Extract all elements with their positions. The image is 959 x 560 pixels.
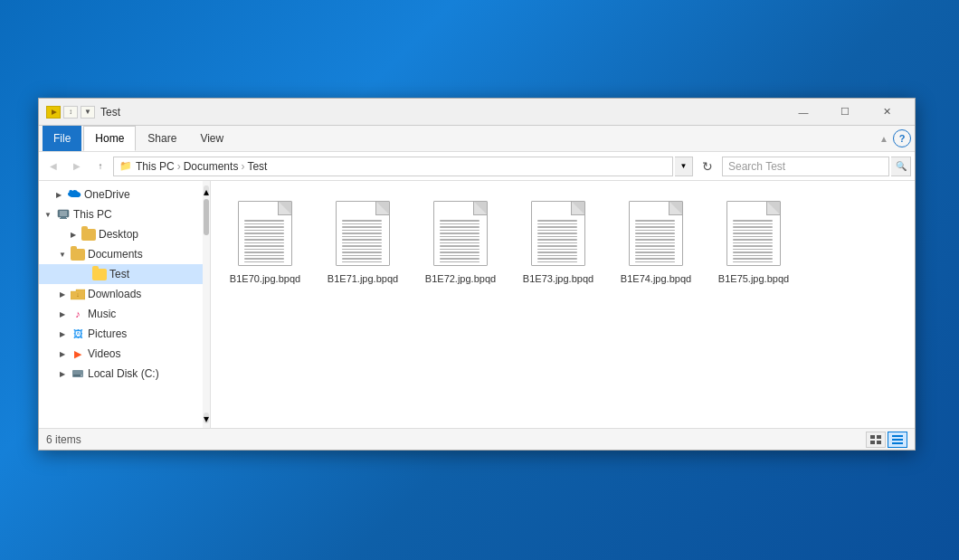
sidebar-item-music[interactable]: ▶ ♪ Music <box>39 304 210 324</box>
expand-icon-music[interactable]: ▶ <box>57 308 68 319</box>
title-bar: ▶ ↕ ▼ Test — ☐ ✕ <box>39 99 915 126</box>
sidebar-label-onedrive: OneDrive <box>84 188 130 201</box>
explorer-window: ▶ ↕ ▼ Test — ☐ ✕ File Home Share View ▲ … <box>38 98 916 451</box>
ribbon-tabs: File Home Share View ▲ ? <box>39 126 915 151</box>
file-item-1[interactable]: B1E71.jpg.bpqd <box>318 190 408 291</box>
sidebar-item-documents[interactable]: ▼ Documents <box>39 244 210 264</box>
view-toggle <box>866 432 907 448</box>
tab-view[interactable]: View <box>188 126 235 151</box>
scrollbar-track: ▴ ▾ <box>203 181 210 428</box>
sidebar-item-onedrive[interactable]: ▶ OneDrive <box>39 185 210 204</box>
ribbon: File Home Share View ▲ ? <box>39 126 915 152</box>
expand-icon-videos[interactable]: ▶ <box>57 348 68 359</box>
title-bar-controls: — ☐ ✕ <box>783 99 907 126</box>
file-item-4[interactable]: B1E74.jpg.bpqd <box>611 190 701 291</box>
file-icon-0 <box>238 201 292 266</box>
svg-rect-9 <box>877 435 881 439</box>
breadcrumb-pc[interactable]: This PC <box>136 160 175 173</box>
minimize-button[interactable]: — <box>783 99 824 126</box>
titlebar-icon-2: ↕ <box>63 106 78 119</box>
sidebar-label-thispc: This PC <box>73 208 112 221</box>
refresh-button[interactable]: ↻ <box>697 156 718 177</box>
file-icon-2 <box>433 201 488 266</box>
maximize-button[interactable]: ☐ <box>824 99 866 126</box>
test-folder-icon <box>92 267 107 281</box>
up-button[interactable]: ↑ <box>90 156 111 177</box>
breadcrumb-documents[interactable]: Documents <box>184 160 239 173</box>
ribbon-collapse-btn[interactable]: ▲ <box>875 133 893 144</box>
file-item-5[interactable]: B1E75.jpg.bpqd <box>708 190 799 291</box>
sidebar-item-thispc[interactable]: ▼ This PC <box>39 204 210 224</box>
svg-text:↓: ↓ <box>76 291 80 298</box>
file-icon-wrapper-0 <box>233 197 297 270</box>
tab-file[interactable]: File <box>43 126 81 151</box>
breadcrumb-test[interactable]: Test <box>247 160 267 173</box>
localdisk-icon <box>71 366 85 381</box>
close-button[interactable]: ✕ <box>866 99 907 126</box>
address-path[interactable]: 📁 This PC › Documents › Test <box>113 157 673 176</box>
scrollbar-down[interactable]: ▾ <box>204 413 209 423</box>
forward-button[interactable]: ▶ <box>66 156 88 177</box>
tab-share[interactable]: Share <box>136 126 188 151</box>
sidebar-label-documents: Documents <box>88 248 143 261</box>
expand-icon-thispc[interactable]: ▼ <box>43 209 53 220</box>
svg-rect-11 <box>877 441 881 444</box>
file-item-2[interactable]: B1E72.jpg.bpqd <box>415 190 506 291</box>
svg-rect-1 <box>60 211 67 216</box>
help-button[interactable]: ? <box>893 129 911 147</box>
svg-rect-3 <box>60 218 67 219</box>
file-icon-wrapper-5 <box>722 197 785 270</box>
videos-icon: ▶ <box>71 346 85 361</box>
sidebar-item-pictures[interactable]: ▶ 🖼 Pictures <box>39 324 210 344</box>
window-title: Test <box>100 106 783 119</box>
sidebar-item-test[interactable]: Test <box>39 264 210 284</box>
sidebar-label-localdisk: Local Disk (C:) <box>88 367 159 380</box>
sidebar-label-videos: Videos <box>88 347 120 360</box>
expand-icon-localdisk[interactable]: ▶ <box>57 368 68 379</box>
status-bar: 6 items <box>39 428 915 450</box>
svg-rect-14 <box>892 442 903 444</box>
svg-rect-12 <box>892 435 903 437</box>
sidebar-label-music: Music <box>88 308 116 320</box>
sidebar-label-pictures: Pictures <box>88 327 127 340</box>
item-count: 6 items <box>46 433 81 446</box>
search-box[interactable]: Search Test <box>722 157 889 176</box>
search-placeholder: Search Test <box>728 160 785 173</box>
file-item-3[interactable]: B1E73.jpg.bpqd <box>513 190 603 291</box>
search-button[interactable]: 🔍 <box>891 157 911 176</box>
content-pane: B1E70.jpg.bpqd B <box>211 181 915 428</box>
sidebar-item-videos[interactable]: ▶ ▶ Videos <box>39 344 210 364</box>
onedrive-icon <box>67 187 81 202</box>
file-icon-3 <box>531 201 585 266</box>
sidebar-item-desktop[interactable]: ▶ Desktop <box>39 224 210 244</box>
sidebar-item-downloads[interactable]: ▶ ↓ Downloads <box>39 284 210 304</box>
downloads-folder-icon: ↓ <box>71 287 85 301</box>
tab-home[interactable]: Home <box>83 126 136 151</box>
file-icon-wrapper-3 <box>527 197 590 270</box>
expand-icon-downloads[interactable]: ▶ <box>57 289 68 299</box>
expand-icon-documents[interactable]: ▼ <box>57 249 68 260</box>
expand-icon-desktop[interactable]: ▶ <box>68 229 79 240</box>
view-grid-button[interactable] <box>866 432 886 448</box>
pictures-icon: 🖼 <box>71 327 85 341</box>
back-button[interactable]: ◀ <box>43 156 64 177</box>
scrollbar-up[interactable]: ▴ <box>204 185 209 196</box>
documents-folder-icon <box>71 247 85 261</box>
file-name-1: B1E71.jpg.bpqd <box>328 273 398 284</box>
sidebar: ▶ OneDrive ▼ <box>39 181 211 428</box>
file-icon-5 <box>726 201 781 266</box>
address-bar: ◀ ▶ ↑ 📁 This PC › Documents › Test ▼ ↻ S… <box>39 152 915 181</box>
file-item-0[interactable]: B1E70.jpg.bpqd <box>220 190 310 291</box>
sidebar-item-localdisk[interactable]: ▶ Local Disk (C:) <box>39 364 210 384</box>
scrollbar-thumb[interactable] <box>204 199 209 235</box>
title-bar-icons: ▶ ↕ ▼ <box>46 106 95 119</box>
expand-icon-pictures[interactable]: ▶ <box>57 328 68 339</box>
file-name-4: B1E74.jpg.bpqd <box>621 273 691 284</box>
view-list-button[interactable] <box>888 432 907 448</box>
music-icon: ♪ <box>71 307 85 321</box>
titlebar-icon-3: ▼ <box>81 106 95 119</box>
expand-icon-onedrive[interactable]: ▶ <box>53 189 64 200</box>
titlebar-icon-1: ▶ <box>46 106 61 119</box>
address-dropdown[interactable]: ▼ <box>675 157 693 176</box>
svg-rect-2 <box>61 217 66 218</box>
